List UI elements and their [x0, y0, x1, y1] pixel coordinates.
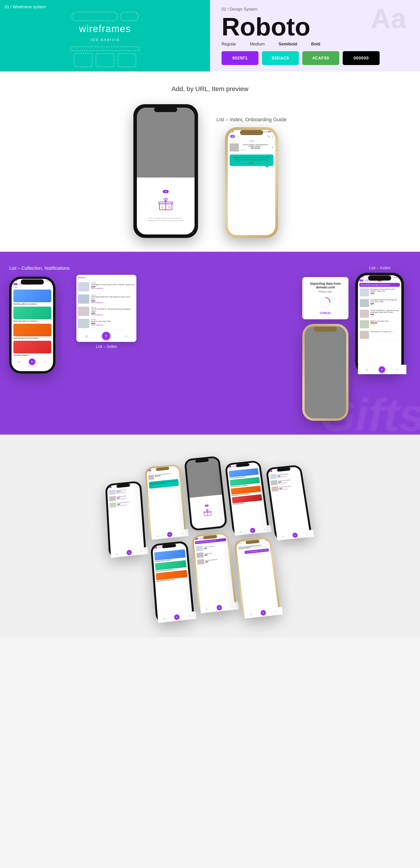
c-more-icon[interactable]: ··· [44, 360, 46, 363]
dd2-fab[interactable]: + [260, 610, 266, 616]
diag-phone-d: All Gifts ideas 🎁 4 Item Christmas gifts… [225, 460, 270, 536]
l-bottom-nav: ⌂ + ··· [358, 365, 401, 372]
w-info1: Wishlist 2021 Apple 12.9-inch iPad Pro (… [91, 282, 135, 289]
w-more-icon[interactable]: ··· [124, 334, 128, 338]
db2-home[interactable]: ⌂ [163, 617, 165, 620]
de-home[interactable]: ⌂ [282, 535, 284, 538]
dd2-more[interactable]: ··· [275, 610, 277, 613]
db-img [148, 475, 154, 480]
da-fab[interactable]: + [127, 550, 132, 555]
c-item4-label: Christmas sweaters [13, 354, 51, 356]
w-price2: $250 [91, 300, 135, 302]
da-nav: ⌂ + ··· [111, 547, 144, 556]
c-fab[interactable]: + [29, 359, 35, 365]
ls6: ★ [374, 305, 375, 306]
w-home-icon[interactable]: ⌂ [86, 334, 87, 338]
all-tab-badge: All [163, 190, 169, 193]
onboard-next[interactable]: NEXT [231, 162, 272, 164]
de-fab[interactable]: + [292, 532, 298, 538]
w-name1: 2021 Apple 12.9-inch iPad Pro (Wi-Fi, 25… [91, 284, 135, 286]
dd-nav: ⌂ + ··· [234, 525, 268, 534]
w-link4[interactable]: ADD TO WISHLIST [91, 324, 135, 326]
da-more[interactable]: ··· [141, 550, 143, 553]
l-fab[interactable]: + [379, 366, 385, 372]
phone1-white-bottom: All ☆ ☆ [137, 178, 195, 235]
phone1-gray-top [137, 108, 195, 178]
da-text3: POLAR VANTAGE M $360 ADD TO WISHLIST [117, 501, 129, 506]
dd2-edit[interactable]: EDIT [265, 540, 268, 541]
de-tab: All [269, 470, 272, 472]
w-info4: Wishlist Model X Long range | Tesla $220… [91, 319, 135, 326]
dc2-more[interactable]: ··· [231, 605, 233, 608]
wireframe-box-2 [96, 53, 114, 67]
c-bottom-nav: ⌂ + ··· [11, 357, 53, 366]
phone1-screen: All ☆ ☆ [137, 108, 195, 235]
da-home[interactable]: ⌂ [116, 552, 118, 555]
l-home-icon[interactable]: ⌂ [366, 368, 367, 371]
ls7: ★ [370, 315, 372, 317]
da-list: iPad Pro 12.9-inch $1,175 ADD TO WISHLIS… [107, 486, 141, 509]
w-fab[interactable]: + [102, 332, 110, 340]
c-home-icon[interactable]: ⌂ [18, 360, 20, 363]
purple-left: List – Collection, Notifications 9:41 ▲▲… [9, 266, 202, 421]
c-item3-label: Small gift ideas for Secret Santa [13, 337, 51, 339]
phone2-notch [240, 130, 263, 135]
de-more[interactable]: ··· [306, 532, 308, 535]
wishlist-phone-wrapper: Wishlist Wishlist 2021 Apple 12.9-inch i… [76, 275, 136, 342]
collection-phone-screen: 9:41 ▲▲▲ All Gifts ideas 🎁 + 4 Item [11, 279, 53, 371]
diag-phone-c2: All Gifts ideas 🎁 Newly released Gifts D… [191, 532, 237, 614]
db-more[interactable]: ··· [181, 532, 183, 535]
dd-home[interactable]: ⌂ [240, 530, 242, 533]
db-nav: ⌂ + ··· [151, 529, 185, 538]
c-count: 4 Item [11, 286, 53, 289]
w-price1: $160 [91, 286, 135, 288]
dc2-thumb1 [196, 546, 203, 551]
star2: ☆ [164, 212, 167, 215]
db2-fab[interactable]: + [174, 614, 180, 620]
dd2-nav: ⌂ + ··· [244, 607, 279, 617]
phone2-container: List – Index, Onboarding Guide 9:41 ▲▲▲ … [217, 117, 287, 238]
c-plus-icon: + [50, 283, 51, 285]
l-item3: POLAR VANTAGE M - Advanced Running & Mul… [358, 308, 401, 319]
dd2-home[interactable]: ⌂ [250, 613, 252, 616]
dd-fab[interactable]: + [250, 528, 256, 533]
diag-phone-e: All 2021 Apple iPad Pro $160 ADD TO WISH… [265, 465, 312, 540]
de-text1: 2021 Apple iPad Pro $160 ADD TO WISHLIST [277, 473, 289, 478]
swatch-purple: 9025F1 [222, 51, 258, 65]
diag-phone-b: All 1 Item Victrola Vintage 3-Speed Blue… [144, 464, 187, 540]
db-text: Victrola Vintage 3-Speed Bluetooth... $3… [155, 473, 171, 479]
da-thumb3 [109, 502, 116, 508]
db-fab[interactable]: + [167, 532, 172, 537]
db2-more[interactable]: ··· [189, 614, 191, 617]
dc2-nav: ⌂ + ··· [200, 602, 235, 611]
swatch-teal: 03DAC5 [262, 51, 299, 65]
w-img2 [78, 294, 89, 304]
da-tab: All [109, 486, 112, 488]
w-link3[interactable]: ADD TO WISHLIST [91, 314, 135, 316]
c-signal: ▲▲▲ [46, 280, 50, 281]
db-home[interactable]: ⌂ [157, 534, 159, 537]
spinner-svg [319, 297, 331, 308]
de-thumb2 [271, 480, 278, 485]
ls3: ★ [374, 294, 375, 296]
w-link2[interactable]: ADD TO WISHLIST [91, 302, 135, 303]
import-title: Importing data from domain.com [307, 282, 344, 289]
dd-more[interactable]: ··· [264, 528, 266, 530]
da-text1: iPad Pro 12.9-inch $1,175 ADD TO WISHLIS… [116, 489, 127, 494]
list-phone-screen: 9:41 ▲▲▲ All Gifts ideas 🎁 🔔 Newly relea… [358, 275, 401, 372]
dc2-home[interactable]: ⌂ [206, 608, 207, 610]
wireframe-box-3 [118, 53, 136, 67]
w-link1[interactable]: ADD TO WISHLIST [91, 288, 135, 289]
import-cancel-btn[interactable]: CANCEL [307, 311, 344, 315]
l-more-icon[interactable]: ··· [396, 368, 398, 371]
purple-right: Importing data from domain.com Please wa… [211, 266, 404, 421]
dc-gray-top [186, 458, 222, 498]
dc2-fab[interactable]: + [217, 605, 222, 611]
gift-icon [158, 195, 174, 212]
font-weights: Regular Medium Semibold Bold [222, 42, 409, 46]
url-title: Add, by URL, Item preview [5, 85, 415, 93]
star1: ☆ [160, 212, 163, 215]
dc2-text2: MacBook Pro $250 [204, 552, 212, 556]
w-item4: Wishlist Model X Long range | Tesla $220… [76, 317, 136, 330]
c-all-tab: All [13, 283, 18, 285]
